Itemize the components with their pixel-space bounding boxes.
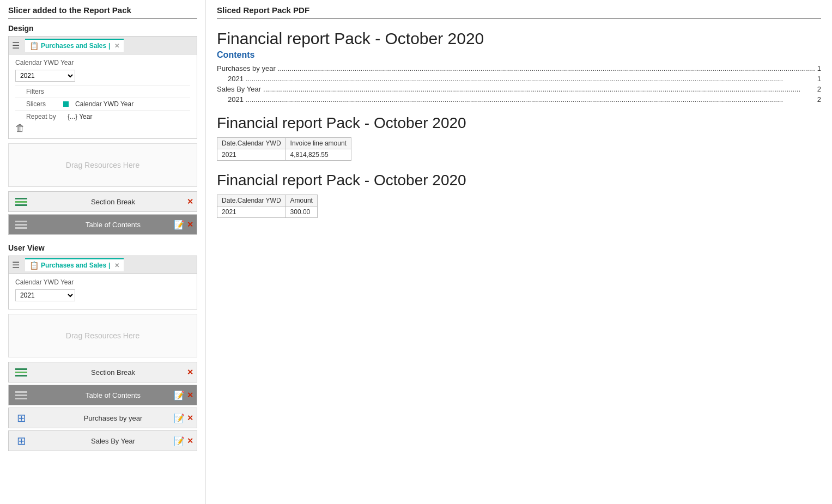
section-break-label: Section Break — [34, 198, 192, 206]
sales-cell-0-0: 2021 — [217, 207, 286, 218]
user-purchases-close[interactable]: ✕ — [187, 414, 193, 422]
user-section-break-close[interactable]: ✕ — [187, 368, 193, 377]
design-section-break: Section Break ✕ — [8, 191, 197, 212]
section-break-icon — [13, 195, 29, 208]
design-tab-close[interactable]: ✕ — [114, 42, 119, 50]
design-tab-separator: | — [108, 42, 110, 50]
user-toc-edit-icon[interactable]: 📝 — [174, 390, 185, 400]
repeat-value: {...} Year — [68, 113, 92, 120]
user-tab-item[interactable]: 📋 Purchases and Sales | ✕ — [25, 258, 124, 271]
design-toc-label: Table of Contents — [34, 221, 192, 229]
user-toc: Table of Contents 📝 ✕ — [8, 385, 197, 405]
report3-title: Financial report Pack - October 2020 — [217, 172, 821, 189]
user-purchases-icon: ⊞ — [13, 411, 29, 424]
grid-icon-purchases: ⊞ — [17, 411, 26, 424]
right-panel: Sliced Report Pack PDF Financial report … — [206, 0, 832, 504]
year-select-row: 2021 — [15, 70, 190, 82]
sales-col-0: Date.Calendar YWD — [217, 195, 286, 207]
report-section-1: Financial report Pack - October 2020 Con… — [217, 29, 821, 104]
sales-cell-0-1: 300.00 — [286, 207, 317, 218]
design-toc: Table of Contents 📝 ✕ — [8, 214, 197, 235]
user-report-icon: 📋 — [29, 261, 39, 270]
slicer-dot-icon — [63, 101, 69, 107]
user-purchases-label: Purchases by year — [34, 414, 192, 422]
report2-title: Financial report Pack - October 2020 — [217, 114, 821, 132]
page-title: Slicer added to the Report Pack — [8, 5, 197, 19]
toc-page-2: 2 — [817, 85, 821, 93]
user-calendar-row: Calendar YWD Year — [15, 278, 190, 286]
purchases-table: Date.Calendar YWD Invoice line amount 20… — [217, 137, 351, 161]
toc-text-0: Purchases by year — [217, 64, 276, 72]
calendar-label: Calendar YWD Year — [15, 59, 74, 66]
year-select[interactable]: 2021 — [15, 70, 75, 82]
hamburger-icon[interactable]: ☰ — [12, 40, 20, 51]
purchases-cell-0-0: 2021 — [217, 149, 286, 161]
user-toc-close[interactable]: ✕ — [187, 391, 193, 399]
user-toc-actions: 📝 ✕ — [174, 390, 193, 400]
user-purchases: ⊞ Purchases by year 📝 ✕ — [8, 408, 197, 428]
toc-page-0: 1 — [817, 64, 821, 72]
sales-col-1: Amount — [286, 195, 317, 207]
user-toc-label: Table of Contents — [34, 391, 192, 399]
left-panel: Slicer added to the Report Pack Design ☰… — [0, 0, 206, 504]
section-break-actions: ✕ — [187, 197, 193, 206]
toc-row-0: Purchases by year ......................… — [217, 64, 821, 72]
purchases-cell-0-1: 4,814,825.55 — [286, 149, 351, 161]
toc-dots-1: ........................................… — [246, 75, 815, 83]
toc-dots-0: ........................................… — [278, 64, 815, 72]
sales-table: Date.Calendar YWD Amount 2021 300.00 — [217, 195, 318, 218]
user-sales-edit-icon[interactable]: 📝 — [174, 436, 185, 446]
filters-label: Filters — [26, 88, 44, 95]
user-view-label: User View — [8, 244, 197, 252]
design-label: Design — [8, 24, 197, 33]
toc-text-3: 2021 — [228, 95, 244, 104]
report1-title: Financial report Pack - October 2020 — [217, 29, 821, 48]
design-drag-area[interactable]: Drag Resources Here — [8, 143, 197, 187]
user-tab-close[interactable]: ✕ — [114, 262, 119, 269]
user-section-break-label: Section Break — [34, 368, 192, 377]
section-break-close[interactable]: ✕ — [187, 197, 193, 206]
user-filter-area: Calendar YWD Year 2021 — [8, 274, 197, 309]
user-year-select-row: 2021 — [15, 289, 190, 301]
purchases-col-0: Date.Calendar YWD — [217, 138, 286, 149]
design-tab-item[interactable]: 📋 Purchases and Sales | ✕ — [25, 39, 124, 52]
user-sales-actions: 📝 ✕ — [174, 436, 193, 446]
report-icon: 📋 — [29, 41, 39, 50]
user-purchases-edit-icon[interactable]: 📝 — [174, 413, 185, 423]
report-section-3: Financial report Pack - October 2020 Dat… — [217, 172, 821, 218]
user-hamburger-icon[interactable]: ☰ — [12, 260, 20, 270]
user-section-break-actions: ✕ — [187, 368, 193, 377]
user-year-select[interactable]: 2021 — [15, 289, 75, 301]
user-sales: ⊞ Sales By Year 📝 ✕ — [8, 430, 197, 451]
design-filter-area: Calendar YWD Year 2021 Filters Slicers C… — [8, 54, 197, 139]
slicer-value: Calendar YWD Year — [75, 100, 133, 108]
delete-icon[interactable]: 🗑 — [15, 123, 25, 134]
user-sales-close[interactable]: ✕ — [187, 436, 193, 445]
repeat-row: Repeat by {...} Year — [15, 113, 190, 120]
design-drag-text: Drag Resources Here — [66, 161, 139, 169]
user-sales-label: Sales By Year — [34, 437, 192, 445]
contents-label: Contents — [217, 50, 821, 60]
user-section-break: Section Break ✕ — [8, 362, 197, 382]
user-sales-icon: ⊞ — [13, 434, 29, 447]
filters-row: Filters — [15, 88, 190, 95]
slicers-row: Slicers Calendar YWD Year — [15, 100, 190, 108]
user-drag-area[interactable]: Drag Resources Here — [8, 314, 197, 357]
user-tab-label: Purchases and Sales — [41, 262, 106, 269]
toc-text-2: Sales By Year — [217, 85, 261, 93]
toc-close[interactable]: ✕ — [187, 220, 193, 229]
toc-icon — [13, 218, 29, 231]
toc-actions: 📝 ✕ — [174, 220, 193, 230]
sales-row-0: 2021 300.00 — [217, 207, 318, 218]
toc-row-1: 2021 ...................................… — [217, 75, 821, 83]
design-tab-label: Purchases and Sales — [41, 42, 106, 50]
toc-edit-icon[interactable]: 📝 — [174, 220, 185, 230]
report-section-2: Financial report Pack - October 2020 Dat… — [217, 114, 821, 161]
toc-dots-2: ........................................… — [263, 85, 815, 93]
user-section-break-icon — [13, 366, 29, 379]
user-calendar-label: Calendar YWD Year — [15, 278, 74, 286]
purchases-row-0: 2021 4,814,825.55 — [217, 149, 351, 161]
user-drag-text: Drag Resources Here — [66, 331, 139, 340]
right-panel-title: Sliced Report Pack PDF — [217, 5, 821, 19]
toc-dots-3: ........................................… — [246, 95, 815, 104]
